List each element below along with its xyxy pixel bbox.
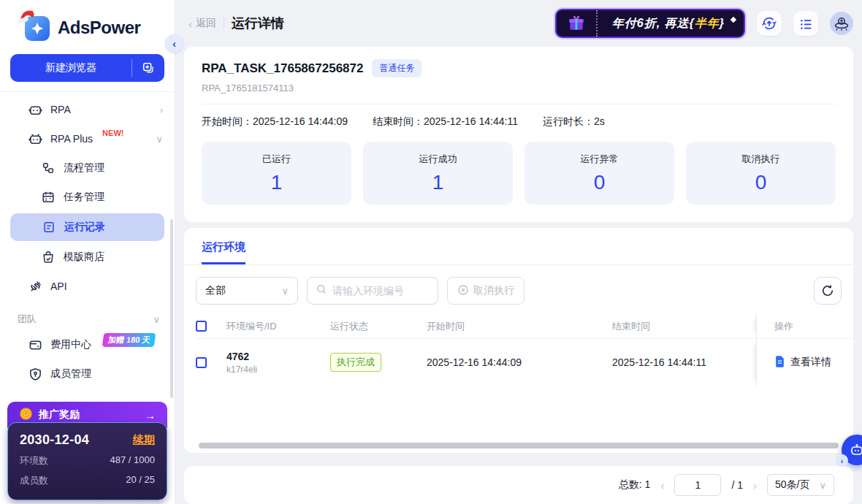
new-badge: NEW! [102, 129, 123, 137]
sidebar-item-flow-management[interactable]: 流程管理 [0, 153, 175, 183]
sidebar-item-member-management[interactable]: 成员管理 [0, 359, 175, 389]
tab-run-environment[interactable]: 运行环境 [202, 240, 245, 264]
env-count-value: 487 / 1000 [110, 454, 155, 467]
env-number: 4762 [226, 351, 330, 362]
sidebar-item-label: 成员管理 [50, 367, 91, 381]
env-search-box[interactable] [307, 277, 438, 305]
sidebar-item-billing-center[interactable]: 费用中心 加赠 180 天 [0, 330, 175, 359]
view-detail-label: 查看详情 [790, 356, 831, 369]
task-time-row: 开始时间：2025-12-16 14:44:09 结束时间：2025-12-16… [202, 115, 836, 129]
sidebar-scrollbar[interactable] [170, 219, 173, 398]
support-robot-button[interactable]: ‹ [842, 435, 862, 465]
tab-bar: 运行环境 [184, 228, 853, 265]
sidebar-item-label: 流程管理 [64, 161, 104, 175]
coin-icon [19, 407, 33, 423]
plan-expiry-date: 2030-12-04 [20, 432, 89, 448]
billing-icon [28, 338, 42, 352]
team-section-header[interactable]: 团队 ∨ [0, 301, 175, 330]
stat-card-success: 运行成功 1 [363, 142, 513, 205]
task-name: RPA_TASK_1765867256872 [202, 61, 363, 76]
stat-card-cancelled: 取消执行 0 [686, 142, 836, 205]
search-icon [316, 283, 327, 298]
task-summary-card: RPA_TASK_1765867256872 普通任务 RPA_17651815… [184, 47, 853, 222]
user-avatar[interactable] [830, 12, 853, 35]
table-header-row: 环境编号/ID 运行状态 开始时间 结束时间 操作 [196, 314, 853, 339]
calendar-icon [41, 191, 56, 204]
row-start-time: 2025-12-16 14:44:09 [427, 356, 612, 368]
stat-card-error: 运行异常 0 [525, 142, 674, 205]
status-filter-select[interactable]: 全部 ∨ [196, 277, 298, 305]
prev-page-icon[interactable]: ‹ [660, 479, 664, 492]
end-time-value: 2025-12-16 14:44:11 [424, 115, 518, 127]
select-all-checkbox[interactable] [196, 321, 207, 332]
renew-link[interactable]: 续期 [133, 433, 155, 447]
header-env-id: 环境编号/ID [226, 320, 330, 333]
page-number-input[interactable] [674, 474, 721, 496]
add-copy-icon[interactable] [132, 54, 164, 82]
back-button[interactable]: 返回 [196, 17, 216, 30]
sidebar-item-rpa[interactable]: RPA › [0, 95, 175, 124]
bonus-days-badge: 加赠 180 天 [102, 333, 156, 347]
chevron-right-icon[interactable]: › [160, 104, 163, 115]
brand-logo: AdsPower [0, 0, 175, 50]
refresh-button[interactable] [814, 277, 842, 305]
sidebar-item-label: 模版商店 [64, 251, 104, 264]
chevron-down-icon[interactable]: ∨ [156, 134, 163, 145]
sidebar-item-task-management[interactable]: 任务管理 [0, 183, 175, 212]
task-id: RPA_1765181574113 [202, 83, 836, 93]
next-page-icon[interactable]: › [753, 479, 757, 492]
topbar: ‹ 返回 运行详情 年付6折, 再送{半年} [184, 0, 853, 47]
arrow-right-icon: → [145, 409, 156, 421]
chevron-down-icon[interactable]: ∨ [153, 314, 160, 325]
back-chevron-icon[interactable]: ‹ [188, 18, 192, 30]
run-environment-card: 运行环境 全部 ∨ [184, 228, 853, 453]
horizontal-scrollbar[interactable] [199, 443, 839, 448]
sidebar-item-label: RPA Plus [50, 133, 93, 145]
new-browser-label: 新建浏览器 [10, 54, 131, 82]
end-time-label: 结束时间： [373, 115, 424, 127]
sidebar-item-api[interactable]: API [0, 272, 175, 301]
record-icon [42, 221, 56, 234]
app-window: AdsPower 新建浏览器 [0, 0, 862, 504]
sidebar-item-rpa-plus[interactable]: RPA Plus NEW! ∨ [0, 124, 175, 153]
sidebar-item-template-store[interactable]: 模版商店 [0, 243, 175, 272]
sidebar-item-label: 任务管理 [64, 191, 104, 204]
row-checkbox[interactable] [196, 357, 207, 368]
circle-x-icon [457, 284, 469, 298]
collapse-helper-icon[interactable]: ‹ [836, 454, 848, 467]
promo-highlight: 半年 [695, 16, 720, 31]
pagination-bar: 总数: 1 ‹ / 1 › 50条/页 ∨ [184, 466, 853, 504]
robot-icon [28, 103, 42, 117]
new-browser-button[interactable]: 新建浏览器 [10, 54, 164, 82]
shield-icon [28, 367, 42, 381]
sidebar-item-run-records[interactable]: 运行记录 [10, 213, 164, 241]
cancel-execution-button[interactable]: 取消执行 [447, 277, 525, 305]
view-detail-link[interactable]: 查看详情 [774, 356, 831, 370]
sidebar: AdsPower 新建浏览器 [0, 0, 175, 504]
cancel-execution-label: 取消执行 [473, 284, 514, 297]
gift-icon [557, 10, 598, 37]
task-stats: 已运行 1 运行成功 1 运行异常 0 取消执行 0 [202, 142, 836, 205]
total-count: 总数: 1 [619, 478, 651, 492]
member-count-value: 20 / 25 [126, 474, 155, 487]
sidebar-item-label: 费用中心 [50, 338, 91, 351]
env-search-input[interactable] [332, 285, 427, 297]
header-end-time: 结束时间 [612, 320, 756, 333]
start-time-label: 开始时间： [202, 115, 253, 127]
page-size-select[interactable]: 50条/页 ∨ [767, 474, 834, 496]
row-end-time: 2025-12-16 14:44:11 [612, 356, 756, 368]
status-filter-value: 全部 [205, 284, 226, 297]
robot-icon [28, 132, 42, 146]
brand-name: AdsPower [58, 18, 140, 38]
adspower-logo-icon [25, 15, 51, 41]
sidebar-divider [0, 91, 175, 92]
chevron-left-icon: ‹ [172, 38, 176, 50]
plug-icon [28, 280, 42, 294]
task-list-button[interactable] [793, 11, 818, 36]
annual-promo-banner[interactable]: 年付6折, 再送{半年} [555, 9, 745, 38]
member-count-label: 成员数 [20, 474, 48, 487]
chevron-down-icon: ∨ [819, 480, 826, 491]
sync-button[interactable] [757, 11, 782, 36]
sidebar-collapse-button[interactable]: ‹ [165, 34, 183, 53]
santa-hat-icon [16, 6, 41, 29]
